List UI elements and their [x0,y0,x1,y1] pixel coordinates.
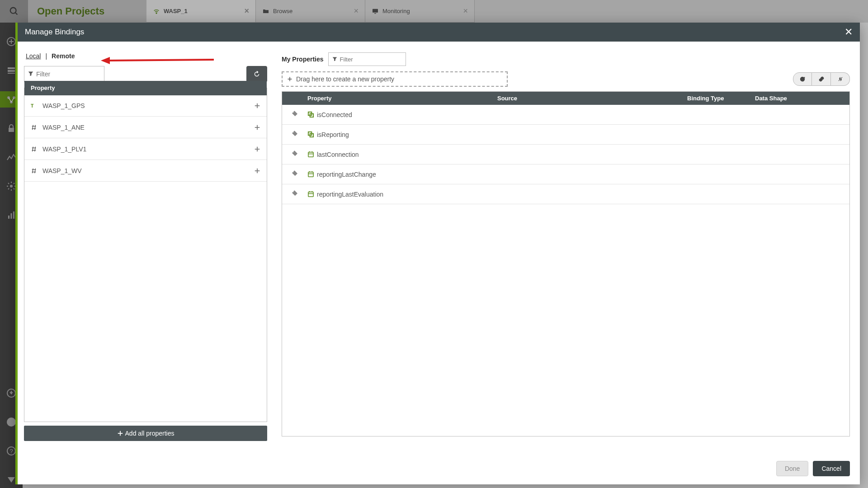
refresh-bindings-button[interactable] [793,72,812,86]
my-properties-label: My Properties [282,56,324,63]
col-header-data-shape: Data Shape [755,95,849,102]
filter-icon [332,56,337,63]
col-header-binding-type: Binding Type [687,95,755,102]
binding-tag-icon [291,190,298,198]
property-name: reportingLastChange [317,171,376,178]
left-filter-input-wrap[interactable] [24,66,104,82]
tab-remote[interactable]: Remote [52,52,75,60]
my-property-row[interactable]: isConnected [282,105,849,125]
svg-rect-32 [308,172,313,177]
add-property-icon[interactable] [254,103,260,109]
my-property-row[interactable]: reportingLastEvaluation [282,184,849,204]
left-filter-input[interactable] [36,70,100,78]
property-name: reportingLastEvaluation [317,191,383,198]
manage-bindings-dialog: Manage Bindings ✕ Local | Remote [15,23,860,484]
text-type-icon: T [31,103,38,109]
create-property-dropzone[interactable]: Drag here to create a new property [282,71,508,87]
add-property-icon[interactable] [254,168,260,174]
svg-text:T: T [31,103,34,108]
svg-line-21 [107,60,214,61]
tab-local[interactable]: Local [26,52,41,60]
right-filter-input[interactable] [340,56,402,63]
property-name: WASP_1_PLV1 [42,145,86,153]
filter-icon [28,71,33,78]
boolean-type-icon [307,131,314,138]
add-property-icon[interactable] [254,124,260,131]
number-type-icon [31,146,38,152]
binding-tag-icon [291,130,298,139]
binding-tag-icon [291,150,298,159]
svg-rect-28 [308,152,313,157]
my-property-row[interactable]: reportingLastChange [282,164,849,184]
datetime-type-icon [307,171,314,178]
col-header-source: Source [497,95,687,102]
right-filter-input-wrap[interactable] [328,52,406,66]
property-name: WASP_1_ANE [42,124,85,131]
binding-tag-icon [291,110,298,119]
remote-property-row[interactable]: WASP_1_ANE [24,117,267,138]
number-type-icon [31,168,38,174]
add-all-label: Add all properties [125,430,175,437]
property-name: lastConnection [317,151,359,158]
close-icon[interactable]: ✕ [844,26,853,38]
number-type-icon [31,124,38,131]
svg-rect-36 [308,192,313,197]
link-button[interactable] [812,72,831,86]
property-name: isConnected [317,111,352,118]
remote-property-row[interactable]: WASP_1_PLV1 [24,138,267,160]
done-button[interactable]: Done [776,461,808,476]
add-property-icon[interactable] [254,146,260,152]
dialog-header: Manage Bindings ✕ [18,23,860,42]
binding-tag-icon [291,170,298,178]
remote-properties-table: Property T WASP_1_GPS WASP_1_ANE WASP_1_… [24,88,267,422]
dropzone-label: Drag here to create a new property [296,75,394,83]
datetime-type-icon [307,191,314,197]
my-property-row[interactable]: isReporting [282,125,849,145]
property-name: WASP_1_GPS [42,102,85,109]
my-property-row[interactable]: lastConnection [282,145,849,164]
cancel-button[interactable]: Cancel [813,461,850,476]
col-header-property: Property [24,81,267,95]
my-properties-table: Property Source Binding Type Data Shape … [282,91,850,436]
boolean-type-icon [307,111,314,118]
add-all-properties-button[interactable]: Add all properties [24,426,267,441]
property-name: WASP_1_WV [42,167,82,174]
refresh-button[interactable] [246,66,267,82]
dialog-title: Manage Bindings [25,28,84,37]
remote-property-row[interactable]: T WASP_1_GPS [24,95,267,117]
datetime-type-icon [307,151,314,158]
property-name: isReporting [317,131,349,138]
remote-property-row[interactable]: WASP_1_WV [24,160,267,182]
col-header-property: Property [307,95,497,102]
unlink-button[interactable] [831,72,850,86]
